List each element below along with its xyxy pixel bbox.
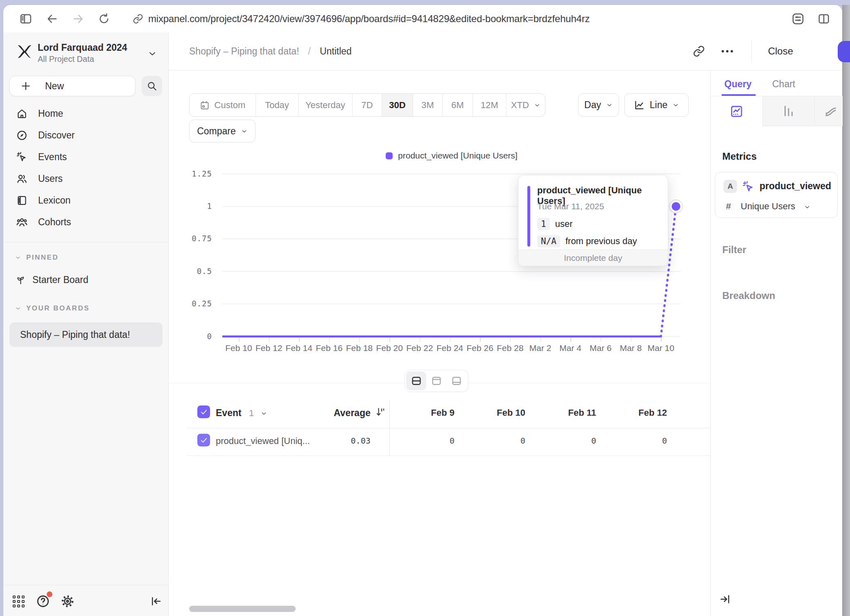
funnel-tab-partial[interactable]	[815, 96, 843, 126]
more-options-icon[interactable]: •••	[721, 47, 735, 56]
range-7d[interactable]: 7D	[353, 94, 382, 116]
search-button[interactable]	[142, 76, 162, 96]
url-text: mixpanel.com/project/3472420/view/397469…	[148, 13, 590, 25]
x-tick-label: Mar 4	[550, 343, 591, 353]
range-today[interactable]: Today	[256, 94, 298, 116]
x-tick-label: Mar 8	[610, 343, 651, 353]
metric-operator: #	[726, 201, 731, 212]
apps-grid-icon[interactable]	[10, 593, 27, 610]
range-label: Custom	[215, 100, 246, 111]
tooltip-value-row: 1 user	[537, 218, 572, 230]
select-all-checkbox[interactable]	[197, 405, 210, 418]
event-spark-icon	[16, 152, 27, 163]
notification-dot	[47, 591, 52, 597]
metric-measure[interactable]: Unique Users	[741, 201, 795, 212]
reload-icon[interactable]	[98, 13, 110, 25]
horizontal-scrollbar[interactable]	[189, 606, 296, 612]
date-range-control: Custom Today Yesterday 7D 30D 3M 6M 12M …	[189, 93, 545, 117]
x-tick-mark	[661, 338, 662, 342]
chevron-down-icon	[606, 102, 613, 109]
book-icon	[16, 195, 27, 206]
help-icon[interactable]	[34, 593, 52, 610]
sidebar-item-discover[interactable]: Discover	[3, 125, 169, 146]
column-header[interactable]: Feb 10	[460, 408, 531, 418]
chart-legend[interactable]: product_viewed [Unique Users]	[222, 151, 681, 161]
event-column-label[interactable]: Event	[216, 408, 242, 419]
chevron-down-icon[interactable]	[260, 410, 267, 417]
chart-type-dropdown[interactable]: Line	[624, 93, 689, 117]
sidebar-item-home[interactable]: Home	[3, 103, 169, 125]
range-6m[interactable]: 6M	[443, 94, 473, 116]
sidebar-item-users[interactable]: Users	[3, 168, 169, 190]
sidebar-item-label: Events	[38, 152, 67, 163]
close-button[interactable]: Close	[768, 45, 793, 57]
breadcrumb-board[interactable]: Shopify – Piping that data!	[189, 46, 299, 57]
layout-table-only-icon[interactable]	[447, 371, 467, 390]
x-tick-mark	[601, 338, 601, 342]
range-30d-active[interactable]: 30D	[382, 94, 413, 116]
tab-chart[interactable]: Chart	[772, 79, 795, 90]
tab-query[interactable]: Query	[724, 79, 751, 90]
pinned-section-header[interactable]: PINNED	[15, 254, 59, 262]
chevron-down-icon[interactable]	[804, 204, 811, 211]
tooltip-date: Tue Mar 11, 2025	[537, 202, 604, 211]
address-bar[interactable]: mixpanel.com/project/3472420/view/397469…	[133, 13, 791, 25]
table-row[interactable]: product_viewed [Uniq... 0.03 0 0 0 0	[169, 428, 710, 455]
workspace-name[interactable]: Lord Farquaad 2024	[38, 42, 127, 53]
range-12m[interactable]: 12M	[473, 94, 506, 116]
breadcrumb-page[interactable]: Untitled	[320, 46, 352, 57]
y-axis-labels: 00.250.50.7511.25	[177, 173, 218, 337]
y-tick-label: 1	[177, 202, 212, 211]
range-3m[interactable]: 3M	[413, 94, 443, 116]
tooltip-value: 1	[537, 218, 550, 230]
column-header[interactable]: Feb 11	[531, 408, 602, 418]
range-yesterday[interactable]: Yesterday	[298, 94, 353, 116]
range-xtd[interactable]: XTD	[506, 94, 545, 116]
sidebar-item-cohorts[interactable]: Cohorts	[3, 211, 169, 233]
split-view-icon[interactable]	[818, 13, 830, 25]
browser-sidebar-toggle-icon[interactable]	[20, 13, 32, 25]
sidebar-item-events[interactable]: Events	[3, 146, 169, 168]
x-tick-mark	[540, 338, 541, 342]
metric-event-name[interactable]: product_viewed	[760, 181, 831, 192]
sidebar-item-starter-board[interactable]: Starter Board	[16, 271, 88, 289]
range-custom[interactable]: Custom	[190, 94, 256, 116]
x-tick-label: Mar 2	[520, 343, 561, 353]
filter-section-label: Filter	[722, 244, 746, 256]
column-header[interactable]: Feb 12	[602, 408, 673, 418]
collapse-panel-icon[interactable]	[719, 593, 731, 605]
compare-dropdown[interactable]: Compare	[189, 120, 255, 143]
insights-chart-tab[interactable]	[711, 96, 763, 126]
row-checkbox[interactable]	[197, 434, 210, 446]
back-icon[interactable]	[46, 13, 58, 25]
sidebar-divider	[3, 242, 169, 242]
metric-card[interactable]: A product_viewed # Unique Users	[715, 172, 838, 218]
column-header[interactable]: Feb 9	[389, 408, 460, 418]
x-tick-mark	[420, 338, 420, 342]
workspace-chevron-icon[interactable]	[147, 49, 157, 59]
new-button-label: New	[45, 81, 64, 92]
sidebar-item-board-shopify[interactable]: Shopify – Piping that data!	[9, 322, 163, 347]
save-button-partial[interactable]	[838, 41, 850, 62]
sidebar-item-lexicon[interactable]: Lexicon	[3, 190, 169, 211]
average-column-label[interactable]: Average	[292, 408, 371, 419]
bar-chart-tab[interactable]	[763, 96, 815, 126]
interval-dropdown[interactable]: Day	[578, 93, 619, 117]
x-tick-label: Mar 6	[580, 343, 621, 353]
collapse-sidebar-icon[interactable]	[147, 593, 165, 610]
x-tick-mark	[450, 338, 451, 342]
layout-split-icon[interactable]	[406, 371, 426, 390]
x-tick-label: Feb 28	[490, 343, 531, 353]
report-canvas: Custom Today Yesterday 7D 30D 3M 6M 12M …	[169, 70, 710, 616]
x-tick-label: Feb 20	[369, 343, 410, 353]
layout-chart-only-icon[interactable]	[426, 371, 446, 390]
sort-icon[interactable]	[375, 407, 386, 417]
y-tick-label: 1.25	[177, 169, 212, 178]
table-row-border	[187, 455, 710, 456]
your-boards-section-header[interactable]: YOUR BOARDS	[15, 304, 90, 313]
gear-icon[interactable]	[59, 593, 76, 610]
copy-link-icon[interactable]	[693, 45, 705, 57]
forward-icon[interactable]	[72, 13, 84, 25]
new-button[interactable]: New	[9, 76, 136, 96]
browser-settings-icon[interactable]	[791, 12, 805, 25]
